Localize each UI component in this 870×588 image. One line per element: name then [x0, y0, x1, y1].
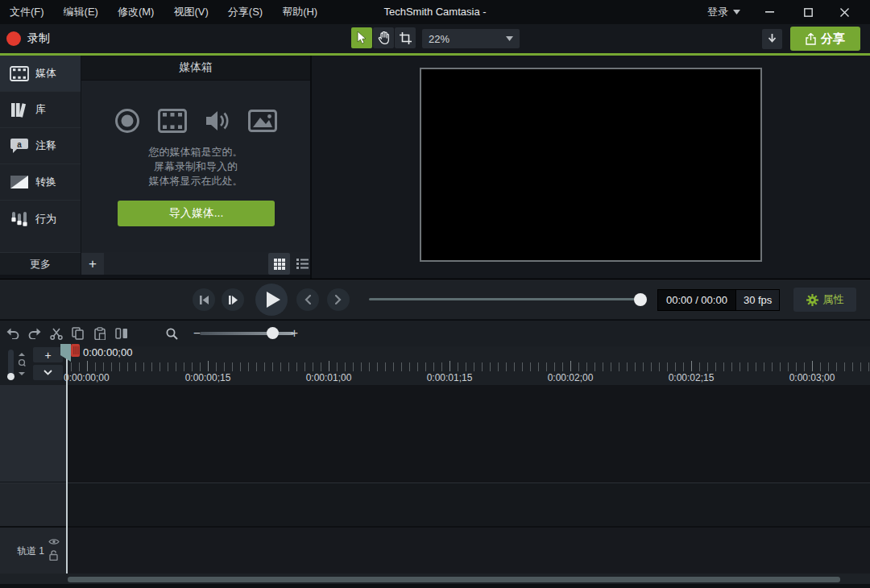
track-height-slider-handle[interactable]	[7, 373, 14, 380]
record-button[interactable]: 录制	[6, 24, 50, 53]
split-button[interactable]	[110, 323, 132, 345]
timeline-gutter-lower	[0, 483, 68, 526]
crop-tool-button[interactable]	[395, 27, 416, 48]
menu-view[interactable]: 视图(V)	[164, 0, 218, 24]
menu-modify[interactable]: 修改(M)	[108, 0, 164, 24]
behaviors-icon	[9, 211, 30, 227]
playhead-time: 0:00:00;00	[83, 346, 132, 358]
sidebar-item-behaviors[interactable]: 行为	[0, 201, 81, 237]
sidebar-item-label: 行为	[35, 212, 56, 226]
media-type-icons	[81, 108, 310, 134]
preview-canvas[interactable]	[420, 68, 762, 262]
magnifier-icon	[166, 328, 178, 340]
step-back-icon	[199, 296, 209, 304]
scrollbar-thumb[interactable]	[68, 577, 840, 582]
close-icon	[840, 8, 849, 17]
bottom-edge	[0, 584, 870, 588]
pan-tool-button[interactable]	[373, 27, 394, 48]
share-button[interactable]: 分享	[790, 27, 860, 51]
media-bin-header: 媒体箱	[81, 56, 310, 81]
timeline-empty-area[interactable]	[68, 385, 870, 482]
empty-line-3: 媒体将显示在此处。	[81, 174, 310, 188]
paste-icon	[94, 327, 106, 340]
export-local-button[interactable]	[762, 29, 782, 49]
timeline-zoom-slider-track[interactable]	[200, 332, 294, 335]
timeline-toolbar: − +	[0, 320, 870, 346]
copy-button[interactable]	[67, 323, 89, 345]
add-media-button[interactable]: +	[81, 253, 104, 275]
vertical-zoom-control[interactable]	[18, 353, 26, 375]
properties-button[interactable]: 属性	[793, 288, 856, 312]
playhead[interactable]	[60, 344, 80, 362]
select-tool-button[interactable]	[351, 27, 372, 48]
menu-share[interactable]: 分享(S)	[218, 0, 272, 24]
paste-button[interactable]	[89, 323, 110, 345]
redo-icon	[28, 328, 41, 339]
sidebar-item-label: 媒体	[35, 66, 56, 81]
login-menu[interactable]: 登录	[707, 0, 740, 24]
chevron-right-icon	[335, 295, 342, 304]
close-button[interactable]	[828, 0, 860, 24]
step-forward-button[interactable]	[222, 288, 244, 311]
next-button[interactable]	[327, 288, 350, 311]
playhead-line[interactable]	[66, 344, 68, 574]
empty-line-1: 您的媒体箱是空的。	[81, 145, 310, 159]
zoom-dropdown[interactable]: 22%	[422, 29, 520, 48]
track1-lane[interactable]	[68, 528, 870, 574]
list-view-icon	[296, 259, 309, 269]
time-display: 00:00 / 00:00 30 fps	[657, 289, 780, 311]
seek-slider-track[interactable]	[369, 298, 641, 300]
collapse-tracks-button[interactable]	[33, 365, 63, 380]
copy-icon	[72, 327, 84, 340]
audio-icon	[205, 109, 230, 133]
previous-button[interactable]	[296, 288, 319, 311]
grid-view-button[interactable]	[268, 253, 290, 275]
more-label: 更多	[30, 257, 51, 271]
grid-view-icon	[274, 259, 285, 270]
timeline-ruler[interactable]: 0:00:00;00 0:00:00;15 0:00:01;00 0:00:01…	[68, 346, 870, 385]
eye-icon[interactable]	[48, 538, 60, 545]
sidebar-item-annotations[interactable]: a 注释	[0, 128, 81, 164]
seek-slider-handle[interactable]	[634, 293, 647, 306]
maximize-button[interactable]	[792, 0, 824, 24]
fps-value[interactable]: 30 fps	[735, 290, 779, 310]
download-icon	[768, 34, 777, 44]
menu-file[interactable]: 文件(F)	[0, 0, 54, 24]
track1-header[interactable]: 轨道 1	[0, 528, 68, 574]
chevron-left-icon	[304, 295, 311, 304]
sidebar-item-label: 注释	[35, 139, 56, 153]
play-button[interactable]	[255, 284, 288, 316]
menu-help[interactable]: 帮助(H)	[272, 0, 327, 24]
timeline-zoom-slider-handle[interactable]	[267, 327, 279, 339]
record-label: 录制	[27, 31, 50, 46]
add-track-button[interactable]: +	[33, 347, 63, 362]
media-bin-body: 您的媒体箱是空的。 屏幕录制和导入的 媒体将显示在此处。 导入媒体...	[81, 81, 310, 252]
undo-button[interactable]	[2, 323, 23, 345]
step-back-button[interactable]	[193, 288, 215, 311]
minimize-button[interactable]	[753, 0, 785, 24]
redo-button[interactable]	[23, 323, 45, 345]
cut-button[interactable]	[45, 323, 67, 345]
import-media-button[interactable]: 导入媒体...	[118, 201, 275, 226]
ruler-label: 0:00:01;15	[427, 372, 473, 383]
menu-edit[interactable]: 编辑(E)	[54, 0, 108, 24]
cursor-icon	[356, 31, 367, 44]
lock-icon[interactable]	[49, 550, 58, 561]
media-bin-footer: +	[81, 252, 310, 275]
split-icon	[115, 328, 128, 339]
playhead-in-handle	[60, 344, 71, 362]
empty-bin-message: 您的媒体箱是空的。 屏幕录制和导入的 媒体将显示在此处。	[81, 145, 310, 188]
minimize-icon	[765, 11, 774, 13]
sidebar-item-media[interactable]: 媒体	[0, 56, 81, 92]
sidebar-item-transitions[interactable]: 转换	[0, 164, 81, 201]
video-clip-icon	[158, 109, 187, 133]
sidebar-item-library[interactable]: 库	[0, 92, 81, 128]
properties-label: 属性	[823, 292, 844, 307]
timeline-zoom-button[interactable]	[161, 323, 183, 345]
timeline-zoom-in-button[interactable]: +	[284, 323, 305, 345]
canvas-tools	[351, 27, 416, 48]
sidebar-more-button[interactable]: 更多	[0, 252, 81, 275]
ruler-label: 0:00:00;00	[64, 372, 110, 383]
timeline-empty-area-lower[interactable]	[68, 483, 870, 527]
timeline-gutter-top: +	[0, 346, 68, 385]
